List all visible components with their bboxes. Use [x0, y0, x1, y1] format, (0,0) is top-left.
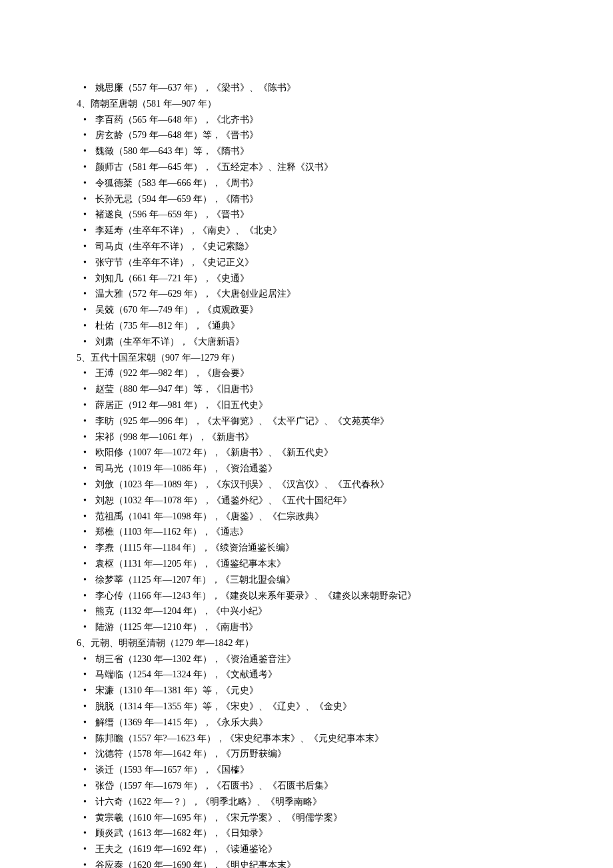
- list-item: 司马光（1019 年—1086 年），《资治通鉴》: [77, 461, 536, 477]
- section-heading: 5、五代十国至宋朝（907 年—1279 年）: [77, 350, 536, 366]
- list-item: 刘攽（1023 年—1089 年），《东汉刊误》、《汉宫仪》、《五代春秋》: [77, 477, 536, 493]
- list-item: 令狐德棻（583 年—666 年），《周书》: [77, 175, 536, 191]
- list-item: 长孙无忌（594 年—659 年），《隋书》: [77, 191, 536, 207]
- list-item: 刘知几（661 年—721 年），《史通》: [77, 271, 536, 287]
- list-item: 袁枢（1131 年—1205 年），《通鉴纪事本末》: [77, 556, 536, 572]
- list-item: 宋祁（998 年—1061 年），《新唐书》: [77, 429, 536, 445]
- list-item: 脱脱（1314 年—1355 年）等，《宋史》、《辽史》、《金史》: [77, 699, 536, 715]
- list-item: 欧阳修（1007 年—1072 年），《新唐书》、《新五代史》: [77, 445, 536, 461]
- bullet-list: 李百药（565 年—648 年），《北齐书》房玄龄（579 年—648 年）等，…: [77, 112, 536, 350]
- list-item: 魏徵（580 年—643 年）等，《隋书》: [77, 143, 536, 159]
- bullet-list: 姚思廉（557 年—637 年），《梁书》、《陈书》: [77, 80, 536, 96]
- list-item: 赵莹（880 年—947 年）等，《旧唐书》: [77, 381, 536, 397]
- list-item: 范祖禹（1041 年—1098 年），《唐鉴》、《仁宗政典》: [77, 509, 536, 525]
- section-heading: 4、隋朝至唐朝（581 年—907 年）: [77, 96, 536, 112]
- list-item: 计六奇（1622 年—？），《明季北略》、《明季南略》: [77, 794, 536, 810]
- list-item: 吴兢（670 年—749 年），《贞观政要》: [77, 302, 536, 318]
- document-page: 姚思廉（557 年—637 年），《梁书》、《陈书》4、隋朝至唐朝（581 年—…: [0, 0, 613, 868]
- list-item: 宋濂（1310 年—1381 年）等，《元史》: [77, 683, 536, 699]
- list-item: 陈邦瞻（1557 年?—1623 年），《宋史纪事本末》、《元史纪事本末》: [77, 731, 536, 747]
- list-item: 王溥（922 年—982 年），《唐会要》: [77, 365, 536, 381]
- list-item: 黄宗羲（1610 年—1695 年），《宋元学案》、《明儒学案》: [77, 810, 536, 826]
- list-item: 薛居正（912 年—981 年），《旧五代史》: [77, 397, 536, 413]
- list-item: 李延寿（生卒年不详），《南史》、《北史》: [77, 223, 536, 239]
- list-item: 谷应泰（1620 年—1690 年），《明史纪事本末》: [77, 857, 536, 868]
- list-item: 褚遂良（596 年—659 年），《晋书》: [77, 207, 536, 223]
- list-item: 李心传（1166 年—1243 年），《建炎以来系年要录》、《建炎以来朝野杂记》: [77, 588, 536, 604]
- list-item: 王夫之（1619 年—1692 年），《读通鉴论》: [77, 841, 536, 857]
- list-item: 张守节（生卒年不详），《史记正义》: [77, 255, 536, 271]
- list-item: 马端临（1254 年—1324 年），《文献通考》: [77, 667, 536, 683]
- list-item: 郑樵（1103 年—1162 年），《通志》: [77, 524, 536, 540]
- list-item: 李昉（925 年—996 年），《太平御览》、《太平广记》、《文苑英华》: [77, 413, 536, 429]
- bullet-list: 王溥（922 年—982 年），《唐会要》赵莹（880 年—947 年）等，《旧…: [77, 365, 536, 635]
- list-item: 颜师古（581 年—645 年），《五经定本》、注释《汉书》: [77, 159, 536, 175]
- list-item: 姚思廉（557 年—637 年），《梁书》、《陈书》: [77, 80, 536, 96]
- list-item: 谈迁（1593 年—1657 年），《国榷》: [77, 762, 536, 778]
- list-item: 司马贞（生卒年不详），《史记索隐》: [77, 239, 536, 255]
- list-item: 李焘（1115 年—1184 年），《续资治通鉴长编》: [77, 540, 536, 556]
- list-item: 刘恕（1032 年—1078 年），《通鉴外纪》、《五代十国纪年》: [77, 493, 536, 509]
- section-heading: 6、元朝、明朝至清朝（1279 年—1842 年）: [77, 635, 536, 651]
- list-item: 房玄龄（579 年—648 年）等，《晋书》: [77, 127, 536, 143]
- list-item: 李百药（565 年—648 年），《北齐书》: [77, 112, 536, 128]
- list-item: 杜佑（735 年—812 年），《通典》: [77, 318, 536, 334]
- bullet-list: 胡三省（1230 年—1302 年），《资治通鉴音注》马端临（1254 年—13…: [77, 651, 536, 868]
- list-item: 刘肃（生卒年不详），《大唐新语》: [77, 334, 536, 350]
- list-item: 沈德符（1578 年—1642 年），《万历野获编》: [77, 746, 536, 762]
- content-body: 姚思廉（557 年—637 年），《梁书》、《陈书》4、隋朝至唐朝（581 年—…: [77, 80, 536, 868]
- list-item: 温大雅（572 年—629 年），《大唐创业起居注》: [77, 286, 536, 302]
- list-item: 胡三省（1230 年—1302 年），《资治通鉴音注》: [77, 651, 536, 667]
- list-item: 张岱（1597 年—1679 年），《石匮书》、《石匮书后集》: [77, 778, 536, 794]
- list-item: 陆游（1125 年—1210 年），《南唐书》: [77, 619, 536, 635]
- list-item: 顾炎武（1613 年—1682 年），《日知录》: [77, 825, 536, 841]
- list-item: 熊克（1132 年—1204 年），《中兴小纪》: [77, 603, 536, 619]
- list-item: 解缙（1369 年—1415 年），《永乐大典》: [77, 715, 536, 731]
- list-item: 徐梦莘（1125 年—1207 年），《三朝北盟会编》: [77, 572, 536, 588]
